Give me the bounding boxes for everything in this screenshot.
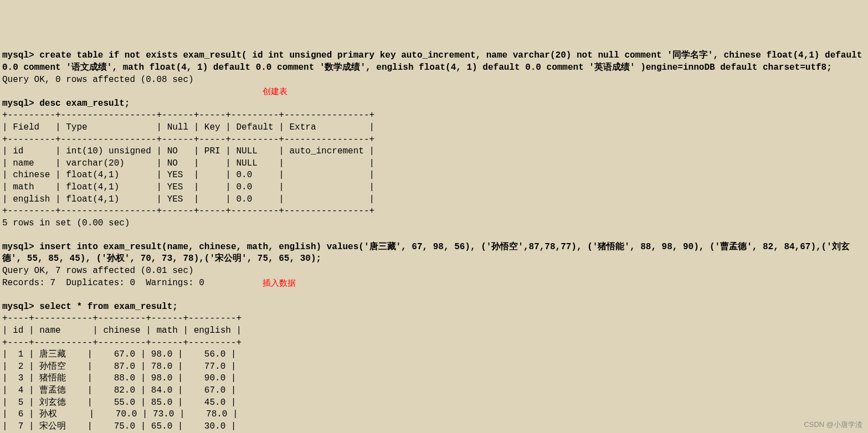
desc-row: | math | float(4,1) | YES | | 0.0 | |	[2, 182, 866, 194]
select-sep: +----+-----------+---------+------+-----…	[2, 337, 866, 349]
desc-footer: 5 rows in set (0.00 sec)	[2, 218, 866, 230]
select-row: | 6 | 孙权 | 70.0 | 73.0 | 78.0 |	[2, 409, 866, 421]
prompt: mysql>	[2, 50, 39, 60]
desc-sep: +---------+------------------+------+---…	[2, 110, 866, 122]
insert-result2: Records: 7 Duplicates: 0 Warnings: 0	[2, 278, 204, 288]
select-row: | 5 | 刘玄德 | 55.0 | 85.0 | 45.0 |	[2, 397, 866, 409]
prompt: mysql>	[2, 302, 39, 312]
desc-head: | Field | Type | Null | Key | Default | …	[2, 122, 866, 134]
select-cmd: select * from exam_result;	[39, 302, 178, 312]
watermark: CSDN @小唐学渣	[804, 420, 862, 430]
select-row: | 3 | 猪悟能 | 88.0 | 98.0 | 90.0 |	[2, 373, 866, 385]
insert-result1: Query OK, 7 rows affected (0.01 sec)	[2, 265, 866, 277]
annotation-create: 创建表	[263, 86, 287, 97]
desc-sep: +---------+------------------+------+---…	[2, 205, 866, 218]
select-sep: +----+-----------+---------+------+-----…	[2, 313, 866, 325]
desc-row: | english | float(4,1) | YES | | 0.0 | |	[2, 194, 866, 206]
select-row: | 2 | 孙悟空 | 87.0 | 78.0 | 77.0 |	[2, 361, 866, 373]
select-row: | 1 | 唐三藏 | 67.0 | 98.0 | 56.0 |	[2, 349, 866, 361]
desc-sep: +---------+------------------+------+---…	[2, 134, 866, 146]
select-row: | 4 | 曹孟德 | 82.0 | 84.0 | 67.0 |	[2, 385, 866, 397]
select-row: | 7 | 宋公明 | 75.0 | 65.0 | 30.0 |	[2, 421, 866, 433]
desc-row: | id | int(10) unsigned | NO | PRI | NUL…	[2, 146, 866, 158]
insert-cmd: mysql> insert into exam_result(name, chi…	[2, 241, 866, 265]
desc-row: | name | varchar(20) | NO | | NULL | |	[2, 158, 866, 170]
prompt: mysql>	[2, 242, 39, 252]
create-result: Query OK, 0 rows affected (0.08 sec)	[2, 74, 866, 86]
select-head: | id | name | chinese | math | english |	[2, 325, 866, 337]
desc-cmd: desc exam_result;	[39, 99, 130, 109]
create-cmd: mysql> create table if not exists exam_r…	[2, 50, 866, 74]
desc-row: | chinese | float(4,1) | YES | | 0.0 | |	[2, 169, 866, 182]
terminal-output: mysql> create table if not exists exam_r…	[2, 50, 866, 433]
prompt: mysql>	[2, 99, 39, 109]
annotation-insert: 插入数据	[263, 277, 296, 288]
